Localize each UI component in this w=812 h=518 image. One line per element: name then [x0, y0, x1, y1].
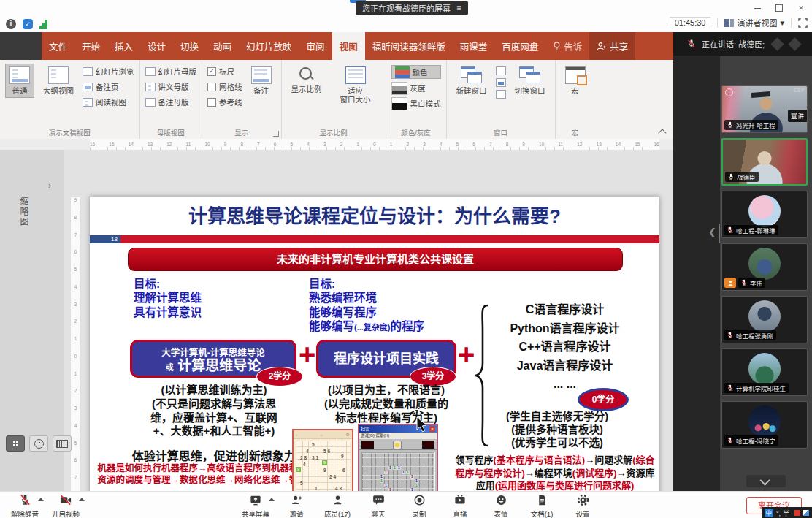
- ribbon-tab-tell-me[interactable]: 告诉: [545, 32, 589, 60]
- ribbon-tab-animations[interactable]: 动画: [206, 32, 239, 60]
- grayscale-button[interactable]: 灰度: [391, 82, 441, 94]
- scroll-down-button[interactable]: [746, 475, 786, 487]
- participant-name-chip: 计算机学院印桂生: [724, 383, 789, 393]
- ribbon-tab-file[interactable]: 文件: [42, 32, 74, 60]
- member-role-badge: [724, 278, 736, 288]
- participant-tile[interactable]: 哈工程-冯晓宁: [721, 401, 808, 449]
- fit-to-window-button[interactable]: 适应窗口大小: [331, 64, 380, 107]
- ruler-number: 7: [74, 475, 77, 480]
- switch-window-button[interactable]: 切换窗口: [510, 64, 550, 98]
- group-label: 显示比例: [282, 127, 386, 137]
- docs-button[interactable]: 文档(1): [521, 494, 562, 518]
- close-button[interactable]: ×: [796, 3, 806, 13]
- share-screen-button[interactable]: 共享屏幕: [235, 494, 276, 518]
- participant-tile[interactable]: 哈工程-郭琳琳: [721, 191, 808, 238]
- speaker-view-selector[interactable]: 演讲者视图 ▾: [724, 17, 784, 28]
- caret-up-icon[interactable]: [269, 498, 275, 501]
- avatar: [748, 405, 781, 438]
- reading-view-button[interactable]: 阅读视图: [83, 96, 134, 108]
- outline-view-button[interactable]: 大纲视图: [39, 64, 78, 98]
- group-zoom: 显示比例 适应窗口大小 显示比例: [282, 60, 386, 139]
- fullscreen-icon[interactable]: [798, 18, 808, 28]
- macro-button[interactable]: 宏: [561, 64, 590, 98]
- thumbnail-pane-label[interactable]: 缩略图: [18, 197, 30, 227]
- notes-master-icon: [145, 98, 156, 107]
- normal-view-button[interactable]: 普通: [5, 64, 34, 98]
- participant-tile[interactable]: CSP冯光升-哈工程宣讲: [721, 85, 808, 133]
- live-button[interactable]: 直播: [440, 494, 480, 518]
- restore-button[interactable]: [774, 3, 784, 13]
- notes-master-button[interactable]: 备注母版: [145, 96, 197, 108]
- record-button[interactable]: 录制: [399, 494, 440, 518]
- cascade-windows-icon[interactable]: [496, 66, 506, 75]
- mic-muted-icon: [686, 39, 697, 49]
- guides-checkbox[interactable]: 参考线: [207, 96, 242, 108]
- group-label: 显示: [202, 127, 281, 137]
- members-button[interactable]: 成员(17): [317, 494, 358, 518]
- minimize-button[interactable]: [752, 3, 762, 13]
- notes-page-button[interactable]: 备注页: [83, 80, 134, 93]
- ribbon-tab-baidu-netdisk[interactable]: 百度网盘: [494, 32, 545, 60]
- grid-icon[interactable]: [6, 435, 25, 452]
- slide-master-button[interactable]: 幻灯片母版: [145, 65, 197, 77]
- ribbon-tab-transitions[interactable]: 切换: [173, 32, 206, 60]
- ruler-number: 0: [373, 142, 376, 147]
- horizontal-ruler[interactable]: 1615141312111098765432101234567891011121…: [0, 139, 673, 151]
- black-white-button[interactable]: 黑白模式: [391, 97, 441, 110]
- participant-tile[interactable]: 哈工程张勇刚: [721, 296, 808, 343]
- goal-line: 能够编写程序: [309, 305, 424, 319]
- ribbon-tab-view[interactable]: 视图: [332, 32, 365, 60]
- slide-sorter-button[interactable]: 幻灯片浏览: [83, 65, 134, 77]
- vertical-ruler[interactable]: 9876543210123456789: [70, 197, 81, 516]
- gridlines-checkbox[interactable]: 网格线: [207, 80, 242, 93]
- participant-tile[interactable]: 李伟: [721, 243, 808, 291]
- toolbar-item-label: 聊天: [371, 509, 385, 518]
- ruler-checkbox[interactable]: ✓标尺: [207, 65, 242, 77]
- ribbon-tab-slideshow[interactable]: 幻灯片放映: [239, 32, 299, 60]
- arrange-all-icon[interactable]: [496, 90, 506, 99]
- caret-up-icon[interactable]: [38, 498, 44, 501]
- ime-status-bar[interactable]: 中 °,半: [762, 507, 812, 518]
- participant-tile[interactable]: 计算机学院印桂生: [721, 348, 808, 396]
- color-button[interactable]: 颜色: [391, 65, 441, 79]
- ribbon-tab-design[interactable]: 设计: [140, 32, 173, 60]
- ruler-number: 5: [74, 441, 77, 446]
- settings-button[interactable]: 设置: [562, 494, 603, 518]
- chat-button[interactable]: 聊天: [358, 494, 399, 518]
- ribbon-tab-share[interactable]: 共享: [589, 32, 635, 60]
- slide-canvas[interactable]: 计算思维导论课程定位与设计：为什么需要? 18 未来的非计算机专业计算机类公共课…: [90, 197, 659, 514]
- language-course-item: C语言程序设计: [490, 300, 640, 319]
- emoji-button[interactable]: 表情: [480, 494, 521, 518]
- participant-tile[interactable]: 战德臣: [721, 138, 808, 186]
- watching-banner[interactable]: 您正在观看战德臣的屏幕 ≡: [356, 1, 468, 15]
- notes-button[interactable]: 备注: [247, 64, 276, 98]
- sidebar-resize-handle[interactable]: ❮: [708, 224, 720, 243]
- ribbon-tab-rain-classroom[interactable]: 雨课堂: [453, 32, 495, 60]
- ribbon-tab-home[interactable]: 开始: [74, 32, 107, 60]
- start-video-button[interactable]: 开启视频: [45, 494, 86, 518]
- caret-up-icon[interactable]: [79, 498, 85, 501]
- emoji-picker-icon[interactable]: [29, 435, 48, 452]
- ime-symbol[interactable]: °,: [776, 510, 781, 517]
- zoom-button[interactable]: 显示比例: [287, 64, 326, 96]
- hamburger-icon[interactable]: ≡: [456, 3, 461, 13]
- meeting-toolbar: 解除静音开启视频共享屏幕邀请成员(17)聊天录制直播表情文档(1)设置 离开会议…: [0, 491, 812, 518]
- ime-symbol[interactable]: 半: [783, 510, 789, 517]
- ribbon-tab-insert[interactable]: 插入: [107, 32, 140, 60]
- handout-master-button[interactable]: 讲义母版: [145, 80, 197, 93]
- unmute-button[interactable]: 解除静音: [4, 494, 45, 518]
- new-window-button[interactable]: 新建窗口: [452, 64, 491, 98]
- ribbon-tab-foxit[interactable]: 福昕阅读器领鲜版: [365, 32, 453, 60]
- expand-thumbnails-icon[interactable]: ›: [48, 180, 51, 191]
- flow-segment: (基本程序与语言语法): [493, 454, 585, 465]
- keyboard-icon[interactable]: [53, 435, 72, 452]
- ime-lang-icon[interactable]: 中: [765, 509, 773, 517]
- info-icon[interactable]: i: [6, 19, 16, 29]
- invite-button[interactable]: 邀请: [276, 494, 317, 518]
- share-screen-icon: [249, 494, 262, 508]
- ribbon-tab-review[interactable]: 审阅: [299, 32, 332, 60]
- middle-goals: 目标:熟悉编程环境能够编写程序 能够编写(...复杂度)的程序: [309, 277, 424, 334]
- move-split-icon[interactable]: [496, 78, 506, 87]
- shield-icon[interactable]: ✓: [23, 19, 33, 29]
- collapse-ribbon-icon[interactable]: [659, 129, 666, 133]
